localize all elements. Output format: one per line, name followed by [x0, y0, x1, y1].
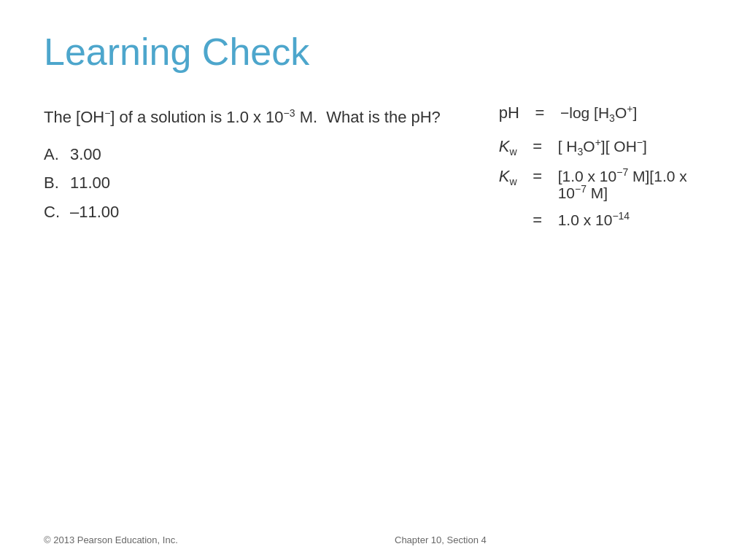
option-c-letter: C.: [44, 198, 64, 227]
content-area: The [OH−] of a solution is 1.0 x 10−3 M.…: [44, 104, 703, 241]
option-b-letter: B.: [44, 168, 64, 198]
option-b-value: 11.00: [70, 168, 110, 198]
slide: Learning Check The [OH−] of a solution i…: [0, 0, 747, 560]
formula-result-equals: =: [529, 212, 546, 228]
formula-ph: pH = −log [H3O+]: [499, 104, 703, 123]
formula-ph-equals: =: [531, 105, 549, 121]
formula-block: pH = −log [H3O+] Kw = [ H3O+][ OH−] Kw =…: [499, 104, 703, 230]
formula-ph-label: pH: [499, 105, 519, 121]
option-c-value: –11.00: [70, 198, 119, 227]
slide-title: Learning Check: [44, 29, 703, 74]
formula-result-value: 1.0 x 10−14: [558, 211, 630, 228]
footer-chapter: Chapter 10, Section 4: [395, 534, 487, 545]
footer-copyright: © 2013 Pearson Education, Inc.: [44, 534, 178, 545]
right-column: pH = −log [H3O+] Kw = [ H3O+][ OH−] Kw =…: [499, 104, 703, 241]
formula-kw1-equals: =: [529, 139, 546, 155]
formula-result: Kw = 1.0 x 10−14: [499, 211, 703, 230]
option-a: A. 3.00: [44, 140, 441, 169]
formula-kw1: Kw = [ H3O+][ OH−]: [499, 137, 703, 157]
formula-kw1-value: [ H3O+][ OH−]: [558, 137, 647, 157]
option-c: C. –11.00: [44, 198, 441, 227]
option-a-value: 3.00: [70, 140, 101, 169]
formula-kw2-value: [1.0 x 10−7 M][1.0 x 10−7 M]: [558, 167, 703, 201]
footer: © 2013 Pearson Education, Inc. Chapter 1…: [44, 534, 703, 545]
option-b: B. 11.00: [44, 168, 441, 198]
left-column: The [OH−] of a solution is 1.0 x 10−3 M.…: [44, 104, 441, 226]
option-a-letter: A.: [44, 140, 64, 169]
question-text: The [OH−] of a solution is 1.0 x 10−3 M.…: [44, 104, 441, 131]
formula-kw2-equals: =: [529, 168, 546, 184]
formula-kw2: Kw = [1.0 x 10−7 M][1.0 x 10−7 M]: [499, 167, 703, 201]
formula-kw1-label: Kw: [499, 139, 517, 157]
formula-kw2-label: Kw: [499, 168, 517, 187]
options-list: A. 3.00 B. 11.00 C. –11.00: [44, 140, 441, 227]
formula-ph-value: −log [H3O+]: [560, 104, 637, 123]
